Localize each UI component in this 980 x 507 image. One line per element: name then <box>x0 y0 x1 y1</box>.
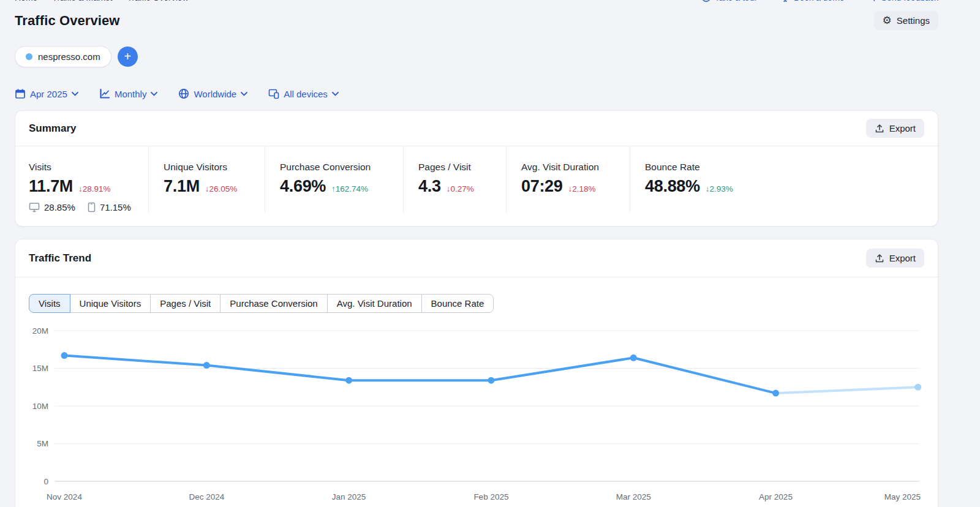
metric-label: Purchase Conversion <box>280 162 403 173</box>
metric-label: Visits <box>29 162 148 173</box>
metric-label: Unique Visitors <box>164 162 265 173</box>
domain-color-dot <box>26 53 32 60</box>
metric-value: 7.1M <box>164 177 200 196</box>
traffic-trend-title: Traffic Trend <box>29 252 91 265</box>
targets-row: nespresso.com + <box>15 46 938 67</box>
chevron-down-icon <box>241 92 247 96</box>
mobile-share: 71.15% <box>100 202 131 212</box>
location-filter[interactable]: Worldwide <box>178 88 247 99</box>
metric-delta: ↓26.05% <box>205 184 238 193</box>
compass-icon <box>701 0 711 2</box>
svg-text:Dec 2024: Dec 2024 <box>189 492 224 501</box>
tab-pages-per-visit[interactable]: Pages / Visit <box>150 294 221 313</box>
metric-visits: Visits 11.7M ↓28.91% 28.85% 71.15% <box>29 146 149 212</box>
metric-delta: ↓2.18% <box>568 184 596 193</box>
export-label: Export <box>889 253 916 263</box>
domain-chip[interactable]: nespresso.com <box>15 46 111 67</box>
svg-text:15M: 15M <box>32 364 48 373</box>
globe-icon <box>178 88 189 99</box>
date-filter-label: Apr 2025 <box>30 89 67 99</box>
tab-avg-visit-duration[interactable]: Avg. Visit Duration <box>327 294 422 313</box>
metric-pages-per-visit: Pages / Visit 4.3 ↓0.27% <box>404 146 507 212</box>
svg-text:Apr 2025: Apr 2025 <box>759 492 793 501</box>
svg-text:0: 0 <box>43 477 48 486</box>
desktop-share: 28.85% <box>44 202 75 212</box>
book-a-demo-link[interactable]: Book a demo <box>780 0 845 2</box>
metric-purchase-conversion: Purchase Conversion 4.69% ↑162.74% <box>265 146 404 212</box>
metric-label: Avg. Visit Duration <box>521 162 630 173</box>
page-header: Traffic Overview ⚙ Settings <box>15 0 938 30</box>
metric-value: 4.69% <box>280 177 326 196</box>
breadcrumb: Home › Traffic & Market › Traffic Overvi… <box>15 0 189 2</box>
domain-label: nespresso.com <box>38 51 100 62</box>
metric-value: 48.88% <box>645 177 700 196</box>
breadcrumb-toolkit[interactable]: Traffic & Market <box>52 0 112 2</box>
location-filter-label: Worldwide <box>194 89 236 99</box>
chevron-down-icon <box>72 92 78 96</box>
presentation-icon <box>780 0 790 2</box>
metric-delta: ↑162.74% <box>331 184 368 193</box>
metric-tabs: Visits Unique Visitors Pages / Visit Pur… <box>29 294 938 313</box>
breadcrumb-home[interactable]: Home <box>15 0 37 2</box>
metric-delta: ↓2.93% <box>706 184 733 193</box>
svg-text:Nov 2024: Nov 2024 <box>47 492 82 501</box>
granularity-filter-label: Monthly <box>115 89 147 99</box>
metric-value: 11.7M <box>29 177 73 196</box>
metric-delta: ↓0.27% <box>447 184 474 193</box>
summary-metrics: Visits 11.7M ↓28.91% 28.85% 71.15% Uniqu… <box>15 146 938 226</box>
line-chart-icon <box>99 88 110 99</box>
breadcrumb-current: Traffic Overview <box>127 0 188 2</box>
desktop-icon <box>29 202 40 212</box>
tab-unique-visitors[interactable]: Unique Visitors <box>70 294 151 313</box>
traffic-overview-page: Home › Traffic & Market › Traffic Overvi… <box>15 0 938 507</box>
mobile-icon <box>88 202 96 212</box>
traffic-trend-card: Traffic Trend Export Visits Unique Visit… <box>15 239 938 507</box>
summary-card: Summary Export Visits 11.7M ↓28.91% 28.8… <box>15 110 938 227</box>
settings-label: Settings <box>897 15 930 26</box>
top-links: Take a tour Book a demo Send feedback <box>701 0 938 2</box>
gear-icon: ⚙ <box>883 17 892 25</box>
breadcrumb-separator-icon: › <box>118 0 121 2</box>
svg-text:20M: 20M <box>32 326 48 336</box>
chevron-down-icon <box>151 92 157 96</box>
svg-text:Mar 2025: Mar 2025 <box>616 492 651 501</box>
trend-divider <box>15 277 938 277</box>
device-filter-label: All devices <box>284 89 328 99</box>
granularity-filter[interactable]: Monthly <box>99 88 158 99</box>
summary-export-button[interactable]: Export <box>866 119 924 138</box>
date-filter[interactable]: Apr 2025 <box>15 88 78 99</box>
devices-icon <box>268 88 279 99</box>
breadcrumb-separator-icon: › <box>43 0 46 2</box>
export-icon <box>875 124 884 133</box>
add-competitor-button[interactable]: + <box>118 47 138 67</box>
svg-text:Feb 2025: Feb 2025 <box>473 492 508 501</box>
page-title: Traffic Overview <box>15 13 120 29</box>
chevron-down-icon <box>332 92 339 96</box>
take-a-tour-label: Take a tour <box>715 0 757 2</box>
send-feedback-label: Send feedback <box>881 0 938 2</box>
book-a-demo-label: Book a demo <box>794 0 845 2</box>
svg-text:May 2025: May 2025 <box>884 492 921 501</box>
tab-visits[interactable]: Visits <box>29 294 70 313</box>
svg-text:Jan 2025: Jan 2025 <box>332 492 366 501</box>
device-filter[interactable]: All devices <box>268 88 339 99</box>
settings-button[interactable]: ⚙ Settings <box>874 11 938 30</box>
tab-bounce-rate[interactable]: Bounce Rate <box>421 294 494 313</box>
calendar-icon <box>15 88 26 99</box>
metric-bounce-rate: Bounce Rate 48.88% ↓2.93% <box>630 146 938 212</box>
paper-plane-icon <box>868 0 878 2</box>
tab-purchase-conversion[interactable]: Purchase Conversion <box>220 294 327 313</box>
summary-title: Summary <box>29 122 76 135</box>
metric-delta: ↓28.91% <box>78 184 111 193</box>
line-chart-canvas: 05M10M15M20MNov 2024Dec 2024Jan 2025Feb … <box>15 318 938 507</box>
send-feedback-link[interactable]: Send feedback <box>868 0 938 2</box>
export-icon <box>875 254 884 263</box>
svg-text:5M: 5M <box>37 439 48 448</box>
take-a-tour-link[interactable]: Take a tour <box>701 0 757 2</box>
metric-avg-visit-duration: Avg. Visit Duration 07:29 ↓2.18% <box>507 146 630 212</box>
top-bar: Home › Traffic & Market › Traffic Overvi… <box>15 0 938 3</box>
metric-value: 07:29 <box>521 177 563 196</box>
trend-export-button[interactable]: Export <box>866 249 924 268</box>
svg-text:10M: 10M <box>32 402 48 411</box>
filters-row: Apr 2025 Monthly Worldwide All devices <box>15 88 938 99</box>
